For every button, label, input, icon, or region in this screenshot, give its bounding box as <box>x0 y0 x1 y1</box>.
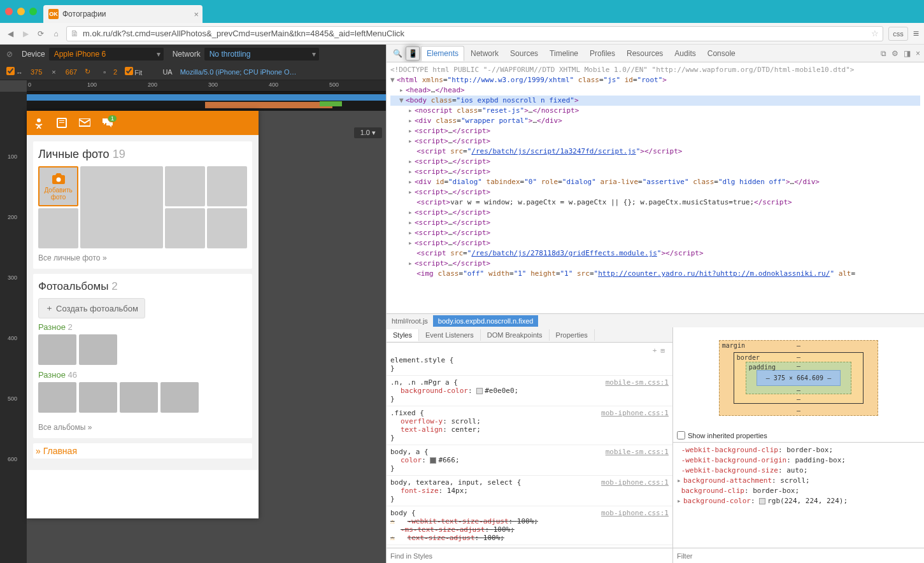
fit-check[interactable]: Fit <box>125 67 142 76</box>
breadcrumb-item[interactable]: html#root.js <box>387 315 433 327</box>
photo-thumbnail[interactable] <box>80 166 162 248</box>
dom-node-selected[interactable]: ▼<body class="ios expbd noscroll n fixed… <box>390 96 920 106</box>
album-name-link[interactable]: Разное 46 <box>38 370 247 380</box>
album-name-link[interactable]: Разное 2 <box>38 322 247 332</box>
dom-node[interactable]: ▸<script>…</script> <box>390 157 920 167</box>
dom-node[interactable]: ▼<html xmlns="http://www.w3.org/1999/xht… <box>390 75 920 85</box>
width-value[interactable]: 375 <box>31 68 42 76</box>
dom-node[interactable]: <script>var w = window; w.pageCtx = w.pa… <box>390 197 920 208</box>
console-drawer-icon[interactable]: ⧉ <box>881 49 886 58</box>
dom-node[interactable]: ▸<script>…</script> <box>390 126 920 136</box>
find-styles-input[interactable] <box>390 552 669 560</box>
dom-node[interactable]: ▸<script>…</script> <box>390 167 920 177</box>
forbid-icon[interactable]: ⊘ <box>6 50 13 59</box>
photo-thumbnail[interactable] <box>207 208 247 248</box>
dom-node[interactable]: ▸<script>…</script> <box>390 238 920 248</box>
ua-value[interactable]: Mozilla/5.0 (iPhone; CPU iPhone O… <box>180 68 297 76</box>
css-extension-button[interactable]: css <box>888 27 908 41</box>
tab-audits[interactable]: Audits <box>669 46 700 61</box>
tab-console[interactable]: Console <box>702 46 741 61</box>
back-icon[interactable]: ◀ <box>5 29 15 39</box>
dom-node[interactable]: ▸<noscript class="reset-js">…</noscript> <box>390 106 920 116</box>
tab-close-icon[interactable]: × <box>194 10 199 19</box>
css-rule[interactable]: mob-iphone.css:1 body { -webkit-text-siz… <box>387 506 672 545</box>
new-rule-icon[interactable]: + <box>653 346 657 355</box>
swap-icon[interactable]: ↻ <box>85 68 90 76</box>
photo-thumbnail[interactable] <box>165 208 205 248</box>
close-window-icon[interactable] <box>5 8 13 15</box>
create-album-button[interactable]: ＋Создать фотоальбом <box>38 298 145 318</box>
tab-network[interactable]: Network <box>466 46 504 61</box>
bookmark-star-icon[interactable]: ☆ <box>871 29 879 38</box>
album-thumbnail[interactable] <box>38 382 76 413</box>
album-thumbnail[interactable] <box>160 382 199 413</box>
tab-elements[interactable]: Elements <box>421 46 464 61</box>
css-rules-list[interactable]: +⊞ element.style { } mobile-sm.css:1 .n,… <box>387 343 672 548</box>
close-devtools-icon[interactable]: × <box>916 49 920 58</box>
dock-icon[interactable]: ◨ <box>904 49 911 58</box>
subtab-styles[interactable]: Styles <box>387 329 419 341</box>
css-rule[interactable]: +⊞ element.style { } <box>387 343 672 376</box>
network-select[interactable]: No throttling <box>204 48 319 61</box>
dom-node[interactable]: ▸<div class="wrapper portal">…</div> <box>390 116 920 126</box>
filter-computed-input[interactable] <box>677 552 920 560</box>
dom-node[interactable]: <script src="/res/batch/js/script/1a3247… <box>390 146 920 157</box>
dom-node[interactable]: ▸<script>…</script> <box>390 259 920 269</box>
photo-thumbnail[interactable] <box>38 208 78 248</box>
album-thumbnail[interactable] <box>120 382 158 413</box>
css-rule[interactable]: mob-iphone.css:1 .fixed { overflow-y: sc… <box>387 406 672 445</box>
tab-profiles[interactable]: Profiles <box>585 46 620 61</box>
feed-icon[interactable] <box>56 117 68 129</box>
subtab-dom-breakpoints[interactable]: DOM Breakpoints <box>481 329 550 341</box>
forward-icon[interactable]: ▶ <box>20 29 31 39</box>
screens-icon[interactable]: ▫ <box>103 68 106 76</box>
subtab-event-listeners[interactable]: Event Listeners <box>419 329 481 341</box>
dim-check[interactable]: ↔ <box>6 67 23 76</box>
messages-icon[interactable] <box>79 117 90 129</box>
toggle-device-icon[interactable]: 📱 <box>406 46 420 61</box>
element-state-icon[interactable]: ⊞ <box>660 346 665 355</box>
album-thumbnail[interactable] <box>79 334 117 365</box>
breadcrumb-item-active[interactable]: body.ios.expbd.noscroll.n.fixed <box>433 315 539 327</box>
dom-node[interactable]: <img class="off" width="1" height="1" sr… <box>390 269 920 279</box>
reload-icon[interactable]: ⟳ <box>36 29 46 39</box>
dom-node[interactable]: ▸<script>…</script> <box>390 228 920 238</box>
all-albums-link[interactable]: Все альбомы » <box>38 423 92 432</box>
home-icon[interactable]: ⌂ <box>51 29 61 39</box>
maximize-window-icon[interactable] <box>29 8 37 15</box>
dom-node[interactable]: ▸<script>…</script> <box>390 187 920 197</box>
dom-node[interactable]: ▸<script>…</script> <box>390 208 920 218</box>
dom-node[interactable]: <script src="/res/batch/js/278118d3/grid… <box>390 248 920 259</box>
menu-icon[interactable]: ≡ <box>913 28 919 39</box>
show-inherited-checkbox[interactable]: Show inherited properties <box>673 429 924 442</box>
tab-resources[interactable]: Resources <box>622 46 668 61</box>
settings-gear-icon[interactable]: ⚙ <box>892 49 899 58</box>
photo-thumbnail[interactable] <box>165 166 205 206</box>
computed-properties-list[interactable]: -webkit-background-clip: border-box; -we… <box>673 442 924 548</box>
add-photo-button[interactable]: Добавить фото <box>38 166 78 206</box>
dom-node[interactable]: ▸<script>…</script> <box>390 136 920 146</box>
home-link[interactable]: » Главная <box>33 443 252 459</box>
dom-tree[interactable]: <!DOCTYPE html PUBLIC "-//WAPFORUM//DTD … <box>387 62 924 313</box>
height-value[interactable]: 667 <box>66 68 77 76</box>
dom-node[interactable]: ▸<head>…</head> <box>390 85 920 96</box>
minimize-window-icon[interactable] <box>17 8 25 15</box>
tab-timeline[interactable]: Timeline <box>544 46 583 61</box>
album-thumbnail[interactable] <box>38 334 76 365</box>
all-personal-photos-link[interactable]: Все личные фото » <box>38 253 107 262</box>
zoom-indicator[interactable]: 1.0 ▾ <box>354 127 382 138</box>
inspect-icon[interactable]: 🔍 <box>390 46 404 61</box>
album-thumbnail[interactable] <box>79 382 117 413</box>
browser-tab[interactable]: OK Фотографии × <box>43 5 203 23</box>
omnibox[interactable]: 🗎 m.ok.ru/dk?st.cmd=userAllPhotos&_prevC… <box>66 26 883 41</box>
device-select[interactable]: Apple iPhone 6 <box>49 48 164 61</box>
subtab-properties[interactable]: Properties <box>550 329 595 341</box>
css-rule[interactable]: mobile-sm.css:1 .n, .n .mPgr a { backgro… <box>387 376 672 406</box>
discussions-icon[interactable]: 1 <box>102 117 113 129</box>
css-rule[interactable]: mob-iphone.css:1 body, textarea, input, … <box>387 476 672 506</box>
dom-node[interactable]: ▸<script>…</script> <box>390 218 920 228</box>
tab-sources[interactable]: Sources <box>505 46 543 61</box>
css-rule[interactable]: mobile-sm.css:1 body, a { color: #666; } <box>387 445 672 476</box>
dom-node[interactable]: ▸<div id="dialog" tabindex="0" role="dia… <box>390 177 920 187</box>
photo-thumbnail[interactable] <box>207 166 247 206</box>
